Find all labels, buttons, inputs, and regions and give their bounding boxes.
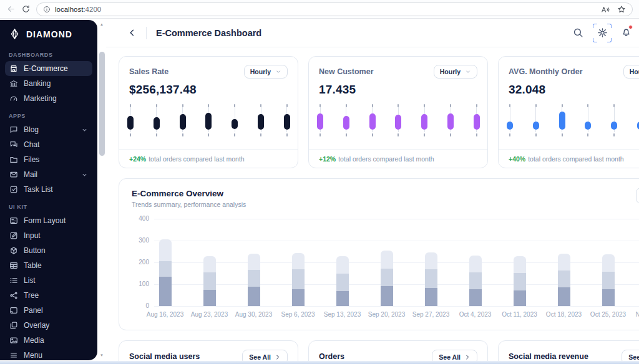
sidebar-item-label: Media bbox=[24, 336, 44, 345]
stacked-bar bbox=[469, 256, 482, 306]
stat-card-title: Sales Rate bbox=[129, 67, 168, 76]
sidebar-item-label: E-Commerce bbox=[24, 64, 68, 73]
stacked-bar bbox=[602, 254, 615, 306]
scroll-thumb[interactable] bbox=[99, 52, 105, 156]
sidebar-item-label: Chat bbox=[24, 140, 39, 149]
notifications-button[interactable] bbox=[621, 26, 632, 39]
sidebar-item-blog[interactable]: Blog bbox=[5, 122, 92, 137]
sidebar-item-menu[interactable]: Menu bbox=[5, 348, 92, 360]
sidebar-scrollbar[interactable]: ▲ ▼ bbox=[97, 21, 106, 360]
tree-icon bbox=[9, 291, 18, 300]
candle bbox=[127, 103, 134, 138]
settings-button[interactable] bbox=[593, 24, 612, 42]
candlestick-sparkline bbox=[129, 103, 288, 138]
overview-stacked-bar-chart: 0100200300400Aug 16, 2023Aug 23, 2023Aug… bbox=[132, 211, 639, 327]
stacked-bar bbox=[514, 256, 526, 306]
sidebar-item-form-layout[interactable]: Form Layout bbox=[5, 213, 92, 228]
candle bbox=[474, 103, 480, 138]
scroll-down-icon[interactable]: ▼ bbox=[97, 352, 106, 359]
media-icon bbox=[9, 336, 18, 345]
browser-reload-icon[interactable] bbox=[21, 4, 31, 14]
candle bbox=[258, 103, 264, 138]
sidebar-item-label: Table bbox=[24, 261, 42, 270]
input-icon bbox=[9, 231, 18, 240]
page-title: E-Commerce Dashboard bbox=[156, 28, 261, 38]
sidebar-item-panel[interactable]: Panel bbox=[5, 303, 92, 318]
browser-back-icon[interactable] bbox=[6, 4, 16, 14]
sidebar-item-button[interactable]: Button bbox=[5, 243, 92, 258]
notification-dot bbox=[628, 25, 633, 29]
stat-card-new-customer: New Customer Hourly 17.435 +12%total ord… bbox=[308, 56, 488, 168]
sidebar-item-table[interactable]: Table bbox=[5, 258, 92, 273]
candle bbox=[205, 103, 212, 138]
section-label-ui-kit: UI KIT bbox=[9, 204, 89, 210]
candle bbox=[369, 103, 376, 138]
address-bar[interactable]: localhost:4200 bbox=[36, 2, 633, 16]
sidebar-item-list[interactable]: List bbox=[5, 273, 92, 288]
sidebar-item-label: Blog bbox=[24, 125, 39, 134]
url-text: localhost:4200 bbox=[55, 6, 101, 13]
store-icon bbox=[9, 64, 18, 73]
stat-card-value: $256,137.48 bbox=[129, 83, 288, 97]
main-content: Sales Rate Hourly $256,137.48 +24%total … bbox=[119, 56, 639, 364]
overview-card: E-Commerce Overview Trends summary, perf… bbox=[119, 178, 639, 330]
logo: DIAMOND bbox=[0, 20, 97, 45]
see-all-label: See All bbox=[628, 353, 639, 361]
gridline bbox=[154, 306, 639, 307]
bank-icon bbox=[9, 79, 18, 88]
sidebar-item-input[interactable]: Input bbox=[5, 228, 92, 243]
sidebar-item-chat[interactable]: Chat bbox=[5, 137, 92, 152]
candle bbox=[507, 103, 513, 138]
stat-card-avg-monthly-order: AVG. Monthly Order Hourly 32.048 +40%tot… bbox=[498, 56, 639, 168]
header-divider bbox=[146, 27, 147, 39]
sidebar-item-marketing[interactable]: Marketing bbox=[5, 91, 92, 106]
chevron-right-icon bbox=[464, 354, 471, 360]
search-icon[interactable] bbox=[573, 27, 583, 38]
stat-card-footer: +40%total orders compared last month bbox=[499, 149, 639, 168]
candle bbox=[284, 103, 290, 138]
page-header: E-Commerce Dashboard bbox=[106, 19, 639, 47]
sidebar-item-tree[interactable]: Tree bbox=[5, 288, 92, 303]
see-all-label: See All bbox=[439, 353, 461, 361]
sidebar-item-e-commerce[interactable]: E-Commerce bbox=[5, 61, 92, 76]
gear-icon[interactable] bbox=[597, 27, 608, 38]
sidebar-item-label: Overlay bbox=[24, 321, 49, 330]
period-dropdown[interactable]: Hourly bbox=[623, 65, 639, 79]
overview-subtitle: Trends summary, performance analysis bbox=[132, 201, 639, 208]
chevron-down-icon bbox=[81, 127, 88, 133]
sidebar-item-files[interactable]: Files bbox=[5, 152, 92, 167]
stacked-bar bbox=[248, 254, 260, 306]
favorite-star-icon[interactable] bbox=[617, 5, 626, 14]
period-dropdown[interactable]: Hourly bbox=[434, 65, 477, 79]
stat-card-title: New Customer bbox=[319, 67, 374, 76]
sidebar-item-label: Banking bbox=[24, 79, 51, 88]
back-button[interactable] bbox=[127, 28, 137, 37]
site-info-icon[interactable] bbox=[43, 6, 51, 13]
sidebar-item-overlay[interactable]: Overlay bbox=[5, 318, 92, 333]
sidebar-item-media[interactable]: Media bbox=[5, 333, 92, 348]
sidebar-item-mail[interactable]: Mail bbox=[5, 167, 92, 182]
logo-text: DIAMOND bbox=[26, 29, 72, 39]
sidebar-item-banking[interactable]: Banking bbox=[5, 76, 92, 91]
sidebar-item-label: Form Layout bbox=[24, 216, 66, 225]
sidebar-item-label: Input bbox=[24, 231, 41, 240]
stacked-bar bbox=[336, 256, 349, 307]
overview-period-dropdown[interactable] bbox=[636, 188, 639, 204]
sidebar-item-label: Button bbox=[24, 246, 46, 255]
scroll-up-icon[interactable]: ▲ bbox=[97, 21, 106, 28]
period-dropdown-value: Hourly bbox=[630, 68, 639, 75]
sidebar-item-label: Task List bbox=[24, 185, 53, 194]
read-aloud-icon[interactable] bbox=[601, 5, 610, 14]
y-axis-label: 200 bbox=[132, 259, 149, 266]
chevron-down-icon bbox=[81, 171, 88, 178]
period-dropdown[interactable]: Hourly bbox=[244, 65, 288, 79]
period-dropdown-value: Hourly bbox=[250, 68, 271, 75]
candle bbox=[559, 103, 565, 138]
sidebar-item-label: List bbox=[24, 276, 36, 285]
chat-icon bbox=[9, 140, 18, 149]
list-icon bbox=[9, 276, 18, 285]
section-label-apps: APPS bbox=[9, 113, 89, 119]
sidebar-item-task-list[interactable]: Task List bbox=[5, 182, 92, 197]
y-axis-label: 100 bbox=[132, 280, 149, 287]
stacked-bar bbox=[425, 252, 437, 306]
